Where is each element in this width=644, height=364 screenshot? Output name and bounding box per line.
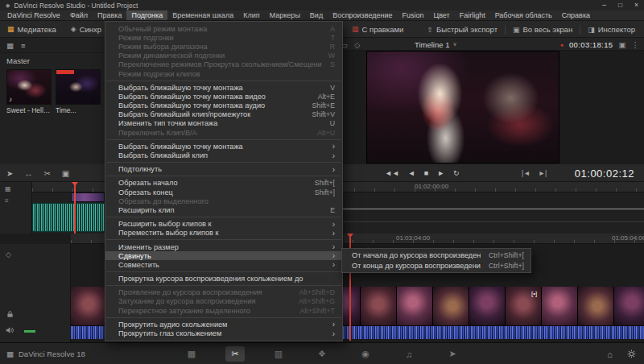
menu-item[interactable]: Прокрутка курсора воспроизведения скольж…	[105, 275, 342, 283]
track-edit-icon[interactable]: ◇	[6, 250, 11, 259]
menu-item[interactable]: Обрезать началоShift+[	[105, 179, 342, 188]
menu-item[interactable]: Выбрать ближайший клип›	[105, 151, 342, 159]
menu-item[interactable]: Изменить размер›	[105, 242, 342, 251]
menubar-item[interactable]: Маркеры	[265, 10, 305, 20]
menubar-item[interactable]: Справка	[557, 10, 595, 20]
upper-playhead[interactable]	[74, 182, 76, 234]
trim-tool[interactable]: ↔	[24, 169, 32, 178]
settings-gear-icon[interactable]	[627, 350, 636, 358]
menubar-item[interactable]: Подгонка	[126, 10, 167, 20]
app-window: ◆ DaVinci Resolve Studio - Untitled Proj…	[0, 0, 644, 364]
menu-item[interactable]: Обрезать конецShift+]	[105, 188, 342, 196]
menubar-item[interactable]: DaVinci Resolve	[2, 10, 65, 20]
timeline-clip-thumbnail[interactable]	[397, 287, 433, 325]
track-grid-icon[interactable]: ▦	[5, 185, 31, 192]
menu-item[interactable]: Прокрутить глаз скольжением›	[105, 329, 342, 337]
menu-item[interactable]: Выбрать ближайшую точку монтажаV	[105, 83, 342, 92]
page-deliver-button[interactable]: ➤	[443, 346, 462, 362]
menu-item[interactable]: Прокрутить аудио скольжением›	[105, 320, 342, 329]
step-back-button[interactable]: ◄	[408, 169, 415, 177]
menu-shortcut: Alt+E	[318, 93, 335, 101]
timeline-clip-thumbnail[interactable]	[433, 287, 469, 325]
timeline-clip-thumbnail[interactable]	[469, 287, 506, 325]
clip-thumbnail[interactable]	[56, 69, 101, 105]
jump-start-button[interactable]: ◄◄	[385, 169, 399, 177]
menu-item[interactable]: Переместить выбор клипов к›	[105, 229, 342, 238]
menu-item[interactable]: Выбрать ближайшую точку монтажа›	[105, 142, 342, 151]
timeline-selector[interactable]: Timeline 1 ∨	[415, 38, 457, 51]
previous-edit-button[interactable]: |◄	[522, 169, 530, 177]
page-color-button[interactable]: ◉	[356, 346, 375, 362]
close-button[interactable]: ×	[634, 0, 638, 10]
lock-icon[interactable]	[6, 310, 14, 318]
menu-item[interactable]: Выбрать ближайшую точку монтажа видеоAlt…	[105, 92, 342, 101]
viewer-tools-icon[interactable]: ◇	[354, 40, 360, 49]
submenu-item[interactable]: От начала до курсора воспроизведенияCtrl…	[342, 250, 530, 261]
loop-button[interactable]: ↻	[453, 169, 460, 177]
media-clip[interactable]: Time...	[56, 69, 101, 114]
media-pool-toggle-button[interactable]: ▦ Медиатека	[0, 21, 64, 37]
sync-clips-button[interactable]: ◈ Синхр	[64, 21, 109, 37]
menu-item[interactable]: Сдвинуть›	[105, 251, 342, 260]
grid-view-icon[interactable]: ▦	[6, 41, 14, 50]
menu-item[interactable]: Расширить выбор клипов к›	[105, 220, 342, 229]
menu-separator	[106, 162, 341, 163]
menu-item[interactable]: Расширить клипE	[105, 205, 342, 214]
menubar-item[interactable]: Рабочая область	[490, 10, 557, 20]
menu-item[interactable]: Выбрать ближайший клип/промежутокShift+V	[105, 110, 342, 119]
next-edit-button[interactable]: ►|	[539, 169, 547, 177]
inspector-label: Инспектор	[598, 25, 635, 34]
timeline-clip-thumbnail[interactable]	[578, 287, 614, 325]
menubar-item[interactable]: Fusion	[397, 10, 428, 20]
menubar-item[interactable]: Цвет	[428, 10, 454, 20]
upper-video-clip[interactable]	[71, 192, 105, 202]
list-view-icon[interactable]: ≡	[21, 41, 26, 50]
page-media-button[interactable]: ▦	[182, 346, 201, 362]
page-cut-button[interactable]: ✂	[225, 346, 245, 362]
fullscreen-button[interactable]: ▣ Во весь экран	[506, 21, 580, 38]
menubar-item[interactable]: Правка	[93, 10, 126, 20]
menu-item[interactable]: Изменить тип точки монтажаU	[105, 119, 342, 128]
clip-transition-indicator[interactable]: [•]	[531, 290, 537, 297]
menu-separator	[106, 176, 341, 176]
inspector-button[interactable]: ◨ Инспектор	[580, 21, 642, 38]
menubar-item[interactable]: Воспроизведение	[328, 10, 397, 20]
snap-tool[interactable]: ▣	[62, 169, 69, 178]
edits-view-button[interactable]: ▥ С правками	[345, 21, 411, 37]
speaker-icon[interactable]	[6, 326, 14, 334]
clip-thumbnail[interactable]: ♪	[6, 69, 52, 105]
resize-viewer-icon[interactable]: ▣	[619, 40, 626, 49]
maximize-button[interactable]: □	[618, 0, 622, 10]
page-fusion-button[interactable]: ❖	[312, 346, 332, 362]
quick-export-button[interactable]: ⇧ Быстрый экспорт	[420, 21, 505, 38]
menu-item: Режим подрезки клипов	[105, 69, 342, 78]
record-dot-icon: ●	[560, 42, 564, 48]
viewer-options-icon[interactable]: ⋮	[632, 40, 640, 49]
timeline-clip-thumbnail[interactable]	[71, 287, 107, 325]
menu-item[interactable]: Подтолкнуть›	[105, 165, 342, 174]
track-list-icon[interactable]: ≡	[5, 197, 31, 205]
timeline-clip-thumbnail[interactable]	[361, 287, 397, 325]
timeline-clip-thumbnail[interactable]	[614, 287, 644, 325]
window-controls: – □ ×	[602, 0, 638, 10]
razor-tool[interactable]: ✂	[43, 169, 50, 178]
menubar-item[interactable]: Файл	[65, 10, 93, 20]
page-fairlight-button[interactable]: ♫	[399, 346, 419, 362]
pointer-tool[interactable]: ➤	[6, 169, 13, 178]
submenu-item[interactable]: От конца до курсора воспроизведенияCtrl+…	[342, 261, 530, 271]
menubar-item[interactable]: Fairlight	[455, 10, 490, 20]
page-edit-button[interactable]: ▥	[269, 346, 288, 362]
menubar-item[interactable]: Вид	[305, 10, 328, 20]
stop-button[interactable]: ■	[424, 169, 428, 177]
media-clip[interactable]: ♪ Sweet - Hell Raise...	[6, 69, 52, 114]
play-button[interactable]: ►	[437, 169, 444, 177]
menu-item[interactable]: Выбрать ближайшую точку монтажа аудиоShi…	[105, 101, 342, 110]
menu-item: Проявление до курсора воспроизведенияAlt…	[105, 288, 342, 297]
menubar-item[interactable]: Временная шкала	[167, 10, 238, 20]
project-manager-home-icon[interactable]: ⌂	[607, 350, 613, 359]
menubar-item[interactable]: Клип	[238, 10, 264, 20]
minimize-button[interactable]: –	[602, 0, 606, 10]
menu-item[interactable]: Совместить›	[105, 260, 342, 269]
timeline-clip-thumbnail[interactable]	[542, 287, 578, 325]
upper-audio-clip[interactable]	[32, 203, 105, 232]
